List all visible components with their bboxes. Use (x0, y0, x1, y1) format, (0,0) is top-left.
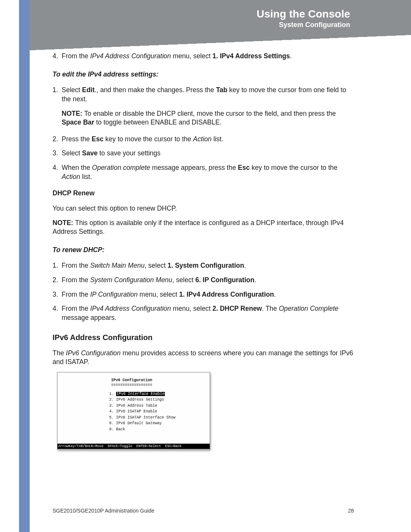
item-number: 4. (53, 52, 62, 61)
content-area: 4. From the IPv4 Address Configuration m… (53, 52, 354, 450)
item-number: 3. (53, 149, 62, 158)
list-item: 1. From the Switch Main Menu, select 1. … (53, 261, 354, 270)
console-menu-item: 1. IPv6 Interface Enable (109, 391, 210, 397)
item-number: 2. (53, 135, 62, 144)
item-number: 4. (53, 304, 62, 322)
note-paragraph: NOTE: To enable or disable the DHCP clie… (53, 109, 354, 127)
item-number: 3. (53, 290, 62, 299)
list-item: 3. Select Save to save your settings (53, 149, 354, 158)
list-item: 4. From the IPv4 Address Configuration m… (53, 304, 354, 322)
paragraph: You can select this option to renew DHCP… (53, 204, 354, 213)
console-rule: ================== (54, 383, 210, 388)
console-inner: IPv6 Configuration ================== 1.… (57, 372, 210, 443)
page-title: Using the Console (256, 8, 350, 20)
section-heading: DHCP Renew (53, 189, 354, 198)
procedure-heading: To renew DHCP: (53, 246, 354, 255)
console-menu-item: 2. IPv6 Address Settings (109, 397, 210, 403)
page-subtitle: System Configuration (256, 21, 350, 29)
item-text: When the Operation complete message appe… (62, 163, 354, 181)
item-text: From the IPv4 Address Configuration menu… (62, 52, 354, 61)
list-item: 4. From the IPv4 Address Configuration m… (53, 52, 354, 61)
footer-guide: SGE2010/SGE2010P Administration Guide (53, 508, 154, 514)
item-text: From the IP Configuration menu, select 1… (62, 290, 354, 299)
console-menu-item: 4. IPv6 ISATAP Enable (109, 409, 210, 415)
page-footer: SGE2010/SGE2010P Administration Guide 28 (53, 508, 354, 514)
item-number: 1. (53, 86, 62, 104)
console-menu-item: 3. IPv6 Address Table (109, 403, 210, 409)
list-item: 2. From the System Configuration Menu, s… (53, 276, 354, 285)
item-number: 1. (53, 261, 62, 270)
header-band (30, 0, 411, 31)
console-footer: ArrowKey/TAB/BACK=Move SPACE=Toggle ENTE… (57, 444, 210, 449)
item-text: From the IPv4 Address Configuration menu… (62, 304, 354, 322)
document-page: Using the Console System Configuration 4… (0, 0, 411, 532)
item-text: Select Edit., and then make the changes.… (62, 86, 354, 104)
item-text: From the System Configuration Menu, sele… (62, 276, 354, 285)
console-menu-item: 5. IPv6 ISATAP Interface Show (109, 415, 210, 421)
list-item: 3. From the IP Configuration menu, selec… (53, 290, 354, 299)
console-menu: 1. IPv6 Interface Enable2. IPv6 Address … (109, 391, 210, 433)
list-item: 4. When the Operation complete message a… (53, 163, 354, 181)
procedure-heading: To edit the IPv4 address settings: (53, 70, 354, 79)
footer-page-number: 28 (348, 508, 354, 514)
console-title: IPv6 Configuration (54, 378, 210, 383)
paragraph: The IPv6 Configuration menu provides acc… (53, 349, 354, 367)
item-text: Select Save to save your settings (62, 149, 354, 158)
item-text: Press the Esc key to move the cursor to … (62, 135, 354, 144)
console-screenshot: IPv6 Configuration ================== 1.… (57, 372, 210, 450)
note-paragraph: NOTE: This option is available only if t… (53, 219, 354, 236)
list-item: 1. Select Edit., and then make the chang… (53, 86, 354, 104)
left-accent-bar (19, 0, 30, 532)
header-text: Using the Console System Configuration (256, 8, 350, 29)
console-menu-item: 0. Back (109, 427, 210, 433)
item-text: From the Switch Main Menu, select 1. Sys… (62, 261, 354, 270)
item-number: 4. (53, 163, 62, 181)
section-heading: IPv6 Address Configuration (53, 332, 354, 343)
list-item: 2. Press the Esc key to move the cursor … (53, 135, 354, 144)
console-menu-item: 6. IPv6 Default Gateway (109, 420, 210, 427)
item-number: 2. (53, 276, 62, 285)
